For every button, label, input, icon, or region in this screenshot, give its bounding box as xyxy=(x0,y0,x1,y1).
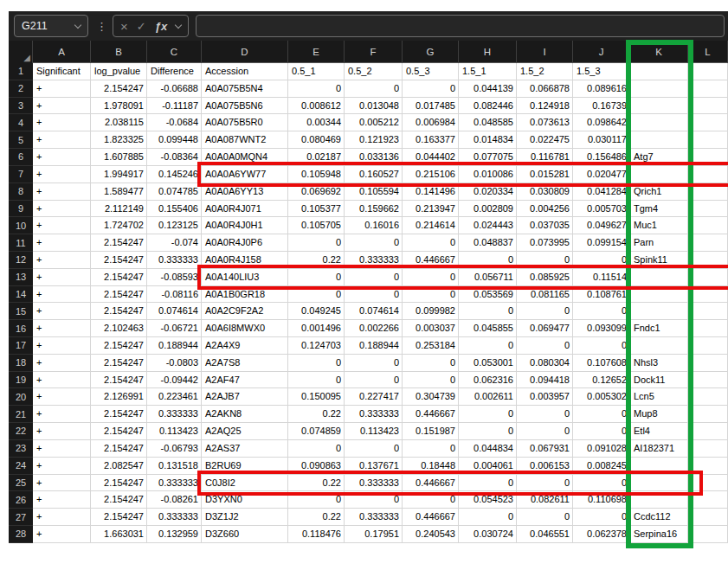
cell-B5[interactable]: 1.823325 xyxy=(91,131,147,149)
cell-A8[interactable]: + xyxy=(33,183,91,201)
cell-A20[interactable]: + xyxy=(33,388,91,406)
cell-B14[interactable]: 2.154247 xyxy=(91,286,147,304)
cell-H19[interactable]: 0.062316 xyxy=(459,372,517,389)
cell-D8[interactable]: A0A0A6YY13 xyxy=(202,183,288,201)
cell-F20[interactable]: 0.227417 xyxy=(345,388,403,406)
cell-A2[interactable]: + xyxy=(33,80,91,98)
cell-F3[interactable]: 0.013048 xyxy=(345,98,403,115)
cell-L5[interactable] xyxy=(688,131,728,149)
cell-F21[interactable]: 0.333333 xyxy=(345,406,403,423)
row-header-2[interactable]: 2 xyxy=(9,80,33,98)
column-header-C[interactable]: C xyxy=(147,41,202,63)
cell-J13[interactable]: 0.11514 xyxy=(573,269,630,286)
cell-G8[interactable]: 0.141496 xyxy=(403,183,459,201)
cell-H21[interactable]: 0 xyxy=(459,406,517,423)
row-header-4[interactable]: 4 xyxy=(9,114,33,131)
cell-C26[interactable]: -0.08261 xyxy=(147,491,202,509)
cell-K15[interactable] xyxy=(630,303,688,320)
cell-H16[interactable]: 0.045855 xyxy=(459,320,517,337)
cell-K27[interactable]: Ccdc112 xyxy=(630,509,688,526)
row-header-10[interactable]: 10 xyxy=(9,217,33,234)
cell-J4[interactable]: 0.098642 xyxy=(573,114,630,131)
row-header-27[interactable]: 27 xyxy=(9,509,33,526)
cell-K5[interactable] xyxy=(630,131,688,149)
row-header-23[interactable]: 23 xyxy=(9,440,33,458)
cell-F10[interactable]: 0.16016 xyxy=(345,217,403,234)
cell-L12[interactable] xyxy=(688,252,728,269)
cell-L28[interactable] xyxy=(688,526,728,543)
cell-K11[interactable]: Parn xyxy=(630,234,688,252)
cell-C15[interactable]: 0.074614 xyxy=(147,303,202,320)
cell-G11[interactable]: 0 xyxy=(403,234,459,252)
cell-D22[interactable]: A2AQ25 xyxy=(202,423,288,440)
cell-J21[interactable]: 0 xyxy=(573,406,630,423)
cell-D14[interactable]: A0A1B0GR18 xyxy=(202,286,288,304)
cell-K14[interactable] xyxy=(630,286,688,304)
cell-F22[interactable]: 0.113423 xyxy=(345,423,403,440)
cell-K9[interactable]: Tgm4 xyxy=(630,201,688,218)
cell-A6[interactable]: + xyxy=(33,149,91,166)
cell-B8[interactable]: 1.589477 xyxy=(91,183,147,201)
column-header-A[interactable]: A xyxy=(33,41,91,63)
cell-L8[interactable] xyxy=(688,183,728,201)
cell-E26[interactable]: 0 xyxy=(288,491,345,509)
cell-H5[interactable]: 0.014834 xyxy=(459,131,517,149)
column-header-F[interactable]: F xyxy=(345,41,403,63)
cell-I2[interactable]: 0.066878 xyxy=(517,80,573,98)
cell-D11[interactable]: A0A0R4J0P6 xyxy=(202,234,288,252)
cell-H26[interactable]: 0.054523 xyxy=(459,491,517,509)
cell-D7[interactable]: A0A0A6YW77 xyxy=(202,166,288,183)
row-header-28[interactable]: 28 xyxy=(9,526,33,543)
cell-H10[interactable]: 0.024443 xyxy=(459,217,517,234)
cell-C8[interactable]: 0.074785 xyxy=(147,183,202,201)
insert-function-icon[interactable]: ƒx xyxy=(155,21,167,32)
cell-H27[interactable]: 0 xyxy=(459,509,517,526)
column-header-J[interactable]: J xyxy=(573,41,630,63)
cell-D6[interactable]: A0A0A0MQN4 xyxy=(202,149,288,166)
cell-D16[interactable]: A0A6I8MWX0 xyxy=(202,320,288,337)
cell-L22[interactable] xyxy=(688,423,728,440)
cell-C25[interactable]: 0.333333 xyxy=(147,475,202,492)
row-header-18[interactable]: 18 xyxy=(9,355,33,372)
cell-F17[interactable]: 0.188944 xyxy=(345,337,403,355)
row-header-26[interactable]: 26 xyxy=(9,491,33,509)
cell-K20[interactable]: Lcn5 xyxy=(630,388,688,406)
cell-B22[interactable]: 2.154247 xyxy=(91,423,147,440)
cell-I7[interactable]: 0.015281 xyxy=(517,166,573,183)
cell-A25[interactable]: + xyxy=(33,475,91,492)
cell-G21[interactable]: 0.446667 xyxy=(403,406,459,423)
cell-L2[interactable] xyxy=(688,80,728,98)
cell-F5[interactable]: 0.121923 xyxy=(345,131,403,149)
cell-A26[interactable]: + xyxy=(33,491,91,509)
cell-K12[interactable]: Spink11 xyxy=(630,252,688,269)
cell-H12[interactable]: 0 xyxy=(459,252,517,269)
cell-L4[interactable] xyxy=(688,114,728,131)
cell-E13[interactable]: 0 xyxy=(288,269,345,286)
column-header-K[interactable]: K xyxy=(630,41,688,63)
row-header-1[interactable]: 1 xyxy=(9,63,33,80)
cell-D18[interactable]: A2A7S8 xyxy=(202,355,288,372)
cell-E15[interactable]: 0.049245 xyxy=(288,303,345,320)
cell-B13[interactable]: 2.154247 xyxy=(91,269,147,286)
cell-C28[interactable]: 0.132959 xyxy=(147,526,202,543)
cell-J2[interactable]: 0.089616 xyxy=(573,80,630,98)
cell-A27[interactable]: + xyxy=(33,509,91,526)
cell-A19[interactable]: + xyxy=(33,372,91,389)
cell-H8[interactable]: 0.020334 xyxy=(459,183,517,201)
formula-bar-input[interactable] xyxy=(196,15,725,37)
cell-J1[interactable]: 1.5_3 xyxy=(573,63,630,80)
cell-D5[interactable]: A0A087WNT2 xyxy=(202,131,288,149)
cell-J5[interactable]: 0.030117 xyxy=(573,131,630,149)
cell-A14[interactable]: + xyxy=(33,286,91,304)
cell-F6[interactable]: 0.033136 xyxy=(345,149,403,166)
cell-J15[interactable]: 0 xyxy=(573,303,630,320)
cell-I17[interactable]: 0 xyxy=(517,337,573,355)
cell-J7[interactable]: 0.020477 xyxy=(573,166,630,183)
cell-K1[interactable] xyxy=(630,63,688,80)
cell-A1[interactable]: Significant xyxy=(33,63,91,80)
cell-E6[interactable]: 0.02187 xyxy=(288,149,345,166)
row-header-20[interactable]: 20 xyxy=(9,388,33,406)
cell-J25[interactable]: 0 xyxy=(573,475,630,492)
column-header-E[interactable]: E xyxy=(288,41,345,63)
cell-K21[interactable]: Mup8 xyxy=(630,406,688,423)
